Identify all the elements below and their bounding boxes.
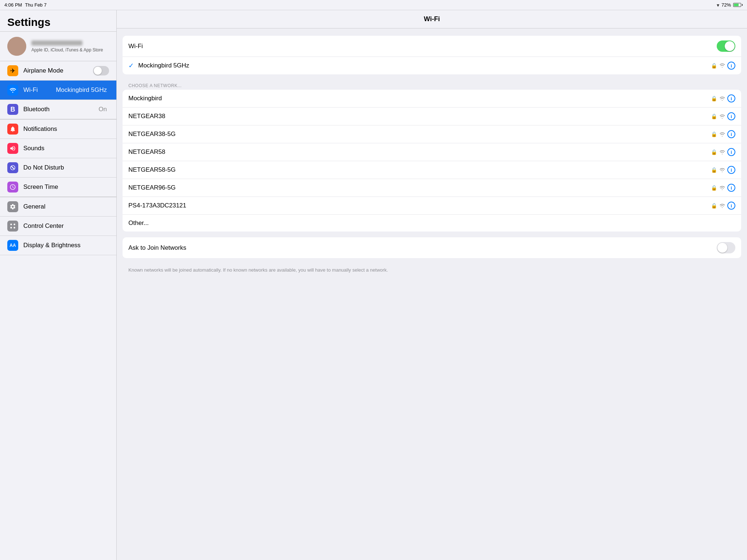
sounds-icon bbox=[7, 143, 18, 154]
sidebar-item-notifications[interactable]: Notifications bbox=[0, 120, 116, 139]
ask-to-join-label: Ask to Join Networks bbox=[128, 244, 717, 252]
network-row[interactable]: NETGEAR96-5G🔒i bbox=[123, 179, 741, 197]
main-title: Wi-Fi bbox=[424, 15, 440, 23]
battery-percent: 72% bbox=[721, 2, 731, 8]
display-brightness-icon: AA bbox=[7, 240, 18, 251]
wifi-toggle[interactable] bbox=[717, 40, 735, 52]
network-info-button[interactable]: i bbox=[727, 130, 735, 138]
network-info-button[interactable]: i bbox=[727, 166, 735, 174]
network-icons: 🔒i bbox=[711, 184, 735, 192]
lock-icon: 🔒 bbox=[711, 167, 717, 173]
network-icons: 🔒i bbox=[711, 112, 735, 120]
battery-icon bbox=[733, 3, 743, 7]
svg-point-0 bbox=[10, 223, 12, 225]
network-info-button[interactable]: i bbox=[727, 148, 735, 156]
wifi-signal-icon bbox=[719, 96, 725, 101]
connected-info-button[interactable]: i bbox=[727, 62, 735, 70]
network-icons: 🔒i bbox=[711, 94, 735, 102]
sidebar-item-display-brightness[interactable]: AA Display & Brightness bbox=[0, 236, 116, 255]
network-name: Other... bbox=[128, 219, 735, 227]
sidebar-item-label-dnd: Do Not Disturb bbox=[23, 164, 109, 171]
lock-icon: 🔒 bbox=[711, 113, 717, 119]
network-name: NETGEAR58-5G bbox=[128, 166, 711, 174]
sidebar-item-label-general: General bbox=[23, 203, 109, 210]
screen-time-icon bbox=[7, 182, 18, 192]
network-row[interactable]: Other... bbox=[123, 215, 741, 232]
footer-text: Known networks will be joined automatica… bbox=[123, 264, 741, 279]
main-content: Wi-Fi Wi-Fi ✓ Mockingbird 5GHz 🔒 bbox=[117, 0, 747, 560]
network-list-card: Mockingbird🔒iNETGEAR38🔒iNETGEAR38-5G🔒iNE… bbox=[123, 90, 741, 232]
network-icons: 🔒i bbox=[711, 148, 735, 156]
wifi-signal-icon bbox=[719, 168, 725, 172]
network-row[interactable]: NETGEAR58🔒i bbox=[123, 143, 741, 161]
sidebar-item-label-control-center: Control Center bbox=[23, 222, 109, 230]
sidebar-item-general[interactable]: General bbox=[0, 197, 116, 217]
sidebar-item-label-wifi: Wi-Fi bbox=[23, 86, 56, 94]
choose-network-section: CHOOSE A NETWORK... Mockingbird🔒iNETGEAR… bbox=[123, 80, 741, 232]
airplane-mode-icon: ✈ bbox=[7, 65, 18, 76]
wifi-signal-icon bbox=[719, 203, 725, 208]
avatar bbox=[7, 37, 26, 56]
connected-network-row[interactable]: ✓ Mockingbird 5GHz 🔒 i bbox=[123, 57, 741, 74]
wifi-signal-icon bbox=[719, 186, 725, 190]
status-right: ▾ 72% bbox=[717, 2, 743, 8]
svg-point-3 bbox=[13, 227, 15, 229]
sidebar-item-wifi[interactable]: Wi-Fi Mockingbird 5GHz bbox=[0, 81, 116, 100]
bluetooth-icon: B bbox=[7, 104, 18, 115]
wifi-status-icon: ▾ bbox=[717, 2, 719, 8]
network-info-button[interactable]: i bbox=[727, 94, 735, 102]
sidebar-item-airplane-mode[interactable]: ✈ Airplane Mode bbox=[0, 61, 116, 81]
control-center-icon bbox=[7, 221, 18, 232]
connected-network-icons: 🔒 i bbox=[711, 62, 735, 70]
network-row[interactable]: NETGEAR38-5G🔒i bbox=[123, 125, 741, 143]
connected-network-label: Mockingbird 5GHz bbox=[138, 62, 711, 69]
sidebar-title: Settings bbox=[0, 10, 116, 31]
network-name: PS4-173A3DC23121 bbox=[128, 202, 711, 209]
wifi-top-card: Wi-Fi ✓ Mockingbird 5GHz 🔒 i bbox=[123, 36, 741, 74]
network-row[interactable]: PS4-173A3DC23121🔒i bbox=[123, 197, 741, 215]
sidebar-item-label-screen-time: Screen Time bbox=[23, 183, 109, 191]
network-icons: 🔒i bbox=[711, 130, 735, 138]
notifications-icon bbox=[7, 124, 18, 135]
sidebar-item-label-display: Display & Brightness bbox=[23, 242, 109, 249]
network-row[interactable]: Mockingbird🔒i bbox=[123, 90, 741, 108]
profile-name-blur bbox=[31, 40, 82, 46]
sidebar-item-sounds[interactable]: Sounds bbox=[0, 139, 116, 158]
lock-icon: 🔒 bbox=[711, 63, 717, 69]
status-bar: 4:06 PM Thu Feb 7 ▾ 72% bbox=[0, 0, 747, 10]
sidebar-item-screen-time[interactable]: Screen Time bbox=[0, 178, 116, 197]
network-row[interactable]: NETGEAR58-5G🔒i bbox=[123, 161, 741, 179]
ask-to-join-row[interactable]: Ask to Join Networks bbox=[123, 237, 741, 258]
profile-section[interactable]: Apple ID, iCloud, iTunes & App Store bbox=[0, 32, 116, 61]
network-row[interactable]: NETGEAR38🔒i bbox=[123, 108, 741, 125]
lock-icon: 🔒 bbox=[711, 96, 717, 101]
sidebar-item-bluetooth[interactable]: B Bluetooth On bbox=[0, 100, 116, 119]
sidebar-group: ✈ Airplane Mode Wi-Fi Mockingbird 5GHz B… bbox=[0, 61, 116, 255]
ask-to-join-toggle[interactable] bbox=[717, 242, 735, 253]
network-info-button[interactable]: i bbox=[727, 202, 735, 210]
network-icons: 🔒i bbox=[711, 166, 735, 174]
wifi-icon bbox=[7, 85, 18, 96]
network-info-button[interactable]: i bbox=[727, 184, 735, 192]
airplane-mode-toggle[interactable] bbox=[93, 66, 109, 75]
network-name: NETGEAR38 bbox=[128, 113, 711, 120]
sidebar-wifi-value: Mockingbird 5GHz bbox=[56, 86, 107, 94]
choose-network-header: CHOOSE A NETWORK... bbox=[123, 80, 741, 90]
svg-point-1 bbox=[13, 223, 15, 225]
wifi-signal-icon bbox=[719, 150, 725, 154]
sidebar-item-label-airplane: Airplane Mode bbox=[23, 67, 93, 74]
sidebar-item-control-center[interactable]: Control Center bbox=[0, 217, 116, 236]
do-not-disturb-icon bbox=[7, 162, 18, 173]
sidebar-item-do-not-disturb[interactable]: Do Not Disturb bbox=[0, 158, 116, 178]
network-info-button[interactable]: i bbox=[727, 112, 735, 120]
network-name: Mockingbird bbox=[128, 95, 711, 102]
network-icons: 🔒i bbox=[711, 202, 735, 210]
lock-icon: 🔒 bbox=[711, 185, 717, 191]
status-date: Thu Feb 7 bbox=[25, 2, 46, 8]
profile-subtext: Apple ID, iCloud, iTunes & App Store bbox=[31, 47, 103, 52]
ask-to-join-card: Ask to Join Networks bbox=[123, 237, 741, 258]
sidebar: Settings Apple ID, iCloud, iTunes & App … bbox=[0, 0, 117, 560]
wifi-signal-icon bbox=[719, 62, 725, 69]
wifi-toggle-row[interactable]: Wi-Fi bbox=[123, 36, 741, 57]
status-left: 4:06 PM Thu Feb 7 bbox=[4, 2, 47, 8]
